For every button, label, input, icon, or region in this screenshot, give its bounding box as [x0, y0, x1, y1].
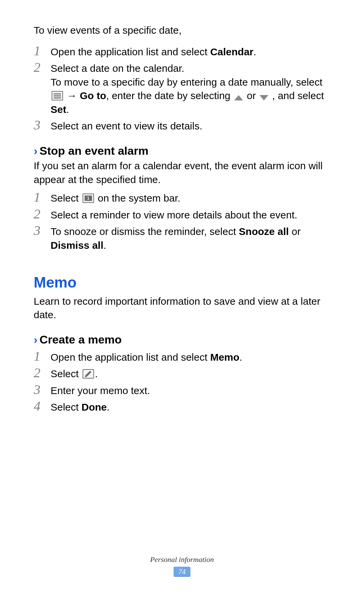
bold-calendar: Calendar	[210, 46, 253, 57]
text: ,	[269, 90, 275, 101]
text: and select	[278, 90, 324, 101]
step-2: 2 Select .	[34, 366, 330, 381]
step-number: 2	[34, 207, 45, 221]
step-body: Select a reminder to view more details a…	[51, 208, 330, 222]
step-2: 2 Select a date on the calendar. To move…	[34, 61, 330, 116]
bold-goto: Go to	[80, 90, 106, 101]
chevron-right-icon: ›	[34, 145, 37, 156]
step-3: 3 To snooze or dismiss the reminder, sel…	[34, 224, 330, 252]
step-2: 2 Select a reminder to view more details…	[34, 207, 330, 222]
text: To snooze or dismiss the reminder, selec…	[51, 226, 239, 237]
step-body: Select 1 on the system bar.	[51, 191, 330, 205]
step-body: Enter your memo text.	[51, 384, 330, 398]
text: .	[253, 46, 256, 57]
steps-view-events: 1 Open the application list and select C…	[34, 44, 330, 133]
menu-icon	[52, 91, 63, 100]
bold-done: Done	[82, 401, 107, 413]
step-1: 1 Open the application list and select C…	[34, 44, 330, 59]
step-number: 3	[34, 224, 45, 237]
step-body: Open the application list and select Cal…	[51, 45, 330, 59]
triangle-down-icon	[260, 95, 268, 100]
step-1: 1 Select 1 on the system bar.	[34, 190, 330, 205]
step-body: Open the application list and select Mem…	[51, 351, 330, 364]
step-1: 1 Open the application list and select M…	[34, 350, 330, 364]
step-body: Select a date on the calendar. To move t…	[51, 62, 330, 116]
step-body: Select .	[51, 367, 330, 381]
subheading-text: Stop an event alarm	[39, 143, 148, 159]
notification-icon: 1	[83, 193, 94, 203]
text: .	[103, 240, 106, 251]
step-number: 4	[34, 399, 45, 413]
text: Select a date on the calendar.	[51, 63, 184, 74]
intro-text: To view events of a specific date,	[34, 24, 330, 37]
compose-icon	[83, 369, 94, 379]
step-number: 1	[34, 44, 45, 58]
bold-memo: Memo	[210, 352, 240, 363]
step-number: 3	[34, 118, 45, 132]
triangle-up-icon	[234, 95, 243, 100]
step-body: To snooze or dismiss the reminder, selec…	[51, 225, 330, 252]
bold-dismiss-all: Dismiss all	[51, 240, 103, 251]
step-body: Select an event to view its details.	[51, 119, 330, 133]
step-3: 3 Enter your memo text.	[34, 383, 330, 398]
badge-number: 1	[87, 196, 89, 200]
arrow: →	[64, 90, 80, 101]
text: Select	[51, 401, 82, 413]
page-number-badge: 74	[174, 567, 190, 577]
text: on the system bar.	[95, 192, 180, 204]
paragraph: If you set an alarm for a calendar event…	[34, 159, 330, 186]
text: Select	[51, 368, 82, 379]
step-number: 1	[34, 350, 45, 363]
chevron-right-icon: ›	[34, 334, 37, 345]
subheading-text: Create a memo	[39, 332, 122, 348]
text: To move to a specific day by entering a …	[51, 77, 323, 88]
text: Select	[51, 192, 82, 204]
text: or	[244, 90, 259, 101]
step-number: 2	[34, 61, 45, 74]
text: Open the application list and select	[51, 352, 210, 363]
footer-section-label: Personal information	[0, 555, 364, 565]
subheading-create-memo: › Create a memo	[34, 332, 330, 348]
text: .	[66, 104, 69, 115]
paragraph: Learn to record important information to…	[34, 295, 330, 322]
steps-create-memo: 1 Open the application list and select M…	[34, 350, 330, 414]
step-number: 1	[34, 190, 45, 204]
subheading-stop-alarm: › Stop an event alarm	[34, 143, 330, 159]
heading-memo: Memo	[34, 272, 330, 292]
page-footer: Personal information 74	[0, 555, 364, 577]
step-number: 3	[34, 383, 45, 396]
bold-set: Set	[51, 104, 66, 115]
text: .	[95, 368, 98, 379]
step-4: 4 Select Done.	[34, 399, 330, 414]
bold-snooze-all: Snooze all	[239, 226, 289, 237]
step-3: 3 Select an event to view its details.	[34, 118, 330, 133]
step-body: Select Done.	[51, 400, 330, 414]
step-number: 2	[34, 366, 45, 380]
steps-stop-alarm: 1 Select 1 on the system bar. 2 Select a…	[34, 190, 330, 252]
text: , enter the date by selecting	[106, 90, 233, 101]
text: .	[107, 401, 110, 413]
text: Open the application list and select	[51, 46, 210, 57]
text: or	[289, 226, 301, 237]
text: .	[239, 352, 242, 363]
